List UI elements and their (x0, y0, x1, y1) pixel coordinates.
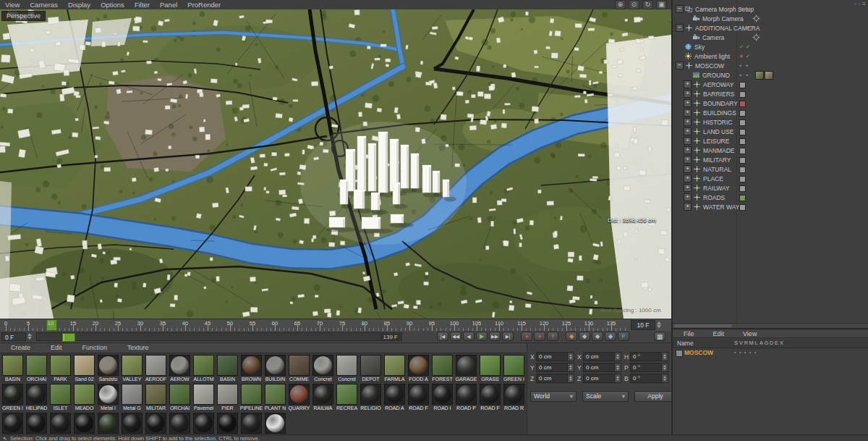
coord-stepper[interactable] (662, 363, 668, 372)
object-row-camera[interactable]: Camera (673, 33, 868, 42)
visibility-toggle[interactable]: ✕ (739, 4, 744, 14)
position-y-field[interactable]: 0 cm (536, 363, 568, 372)
material-swatch-religio[interactable]: RELIGIO (359, 382, 383, 411)
apply-button[interactable]: Apply (634, 391, 676, 402)
key-scale-button[interactable]: ◆ (579, 332, 590, 341)
coord-stepper[interactable] (615, 352, 621, 361)
material-swatch-concret[interactable]: Concret (335, 353, 359, 382)
layer-color-chip[interactable] (739, 148, 746, 154)
rotation-b-field[interactable]: 0 ° (630, 374, 662, 383)
material-swatch[interactable] (239, 411, 263, 435)
record-button[interactable]: ● (521, 332, 532, 341)
material-swatch-meado[interactable]: MEADO (72, 382, 96, 411)
material-swatch-metal-g[interactable]: Metal G (120, 382, 144, 411)
object-row-railway[interactable]: +RAILWAY (673, 183, 868, 193)
material-swatch-concret[interactable]: Concret (311, 353, 335, 382)
material-swatch-road-f[interactable]: ROAD F (407, 382, 430, 411)
material-swatch-aerow[interactable]: AEROW (168, 353, 192, 382)
visibility-toggle[interactable]: ✕ (739, 51, 744, 61)
layer-menu-file[interactable]: File (678, 329, 699, 337)
material-swatch-quarry[interactable]: QUARRY (287, 382, 311, 411)
expand-toggle[interactable]: + (684, 109, 692, 117)
object-row-manmade[interactable]: +MANMADE (673, 146, 868, 155)
rotation-p-field[interactable]: 0 ° (630, 363, 662, 372)
material-swatch-pipeline[interactable]: PIPELINE (239, 382, 263, 411)
material-menu-function[interactable]: Function (77, 343, 113, 353)
material-swatch-helipad[interactable]: HELIPAD (25, 382, 48, 411)
object-row-leisure[interactable]: +LEISURE (673, 136, 868, 146)
size-y-field[interactable]: 0 cm (583, 363, 615, 372)
object-row-morph-camera[interactable]: Morph Camera (673, 14, 868, 23)
material-swatch-depot[interactable]: DEPOT (359, 353, 383, 382)
object-row-place[interactable]: +PLACE (673, 174, 868, 183)
material-menu-edit[interactable]: Edit (46, 343, 67, 353)
object-row-historic[interactable]: +HISTORIC (673, 117, 868, 127)
object-row-moscow[interactable]: −MOSCOW●● (673, 61, 868, 70)
layer-color-chip[interactable] (739, 82, 746, 88)
autokey-button[interactable]: ● (534, 332, 545, 341)
goto-end-button[interactable]: ▶| (502, 332, 514, 341)
coord-stepper[interactable] (615, 363, 621, 372)
object-row-ground[interactable]: GROUND●● (673, 70, 868, 80)
menu-view[interactable]: View (0, 0, 25, 9)
frame-spinner[interactable] (657, 321, 663, 329)
visibility-toggle[interactable]: ● (746, 70, 748, 80)
position-x-field[interactable]: 0 cm (536, 352, 568, 361)
layer-color-chip[interactable] (739, 101, 746, 107)
material-swatch[interactable] (48, 411, 72, 435)
material-swatch-sand-02[interactable]: Sand 02 (72, 353, 96, 382)
layer-menu-view[interactable]: View (738, 329, 762, 337)
material-menu-create[interactable]: Create (6, 343, 35, 353)
material-swatch-aerodf[interactable]: AERODF (144, 353, 168, 382)
object-row-aeroway[interactable]: +AEROWAY (673, 80, 868, 89)
texture-tag-thumbnail[interactable] (765, 71, 773, 80)
end-frame-field[interactable]: 139 F (380, 334, 401, 340)
powerslider[interactable]: 139 F (36, 332, 402, 341)
material-swatch-militar[interactable]: MILITAR (144, 382, 168, 411)
material-swatch[interactable] (168, 411, 192, 435)
key-parameter-button[interactable]: ◆ (605, 332, 616, 341)
prorender-play-button[interactable]: P (618, 332, 629, 341)
material-swatch-forest[interactable]: FOREST (430, 353, 454, 382)
object-row-additional-camera[interactable]: −ADDITIONAL CAMERA●● (673, 23, 868, 33)
material-swatch-comme[interactable]: COMME (287, 353, 311, 382)
menu-panel[interactable]: Panel (155, 0, 182, 9)
material-swatch-farmla[interactable]: FARMLA (383, 353, 407, 382)
layer-toggle[interactable]: ▪ (744, 348, 746, 357)
material-swatch-orchai[interactable]: ORCHAI (25, 353, 48, 382)
visibility-toggle[interactable]: ✓ (746, 42, 750, 51)
texture-tag-thumbnail[interactable] (755, 71, 764, 80)
object-row-land-use[interactable]: +LAND USE (673, 127, 868, 136)
material-swatch-orchai[interactable]: ORCHAI (168, 382, 192, 411)
expand-toggle[interactable]: + (684, 193, 692, 201)
material-swatch-garage[interactable]: GARAGE (454, 353, 478, 382)
expand-toggle[interactable]: + (684, 175, 692, 182)
object-manager-scrollbar[interactable] (673, 323, 868, 328)
layer-menu-edit[interactable]: Edit (708, 329, 730, 337)
coord-stepper[interactable] (568, 352, 574, 361)
material-swatch-valley[interactable]: VALLEY (120, 353, 144, 382)
layer-color-chip[interactable] (739, 185, 746, 192)
material-swatch-basin[interactable]: BASIN (216, 353, 239, 382)
object-row-roads[interactable]: +ROADS (673, 193, 868, 202)
object-row-natural[interactable]: +NATURAL (673, 164, 868, 174)
material-swatch-allotm[interactable]: ALLOTM (192, 353, 216, 382)
layer-color-chip[interactable] (739, 91, 746, 98)
layer-color-chip[interactable] (739, 195, 746, 201)
size-z-field[interactable]: 0 cm (583, 374, 615, 383)
toggle-view-icon[interactable]: ▣ (656, 0, 667, 9)
expand-toggle[interactable]: + (684, 184, 692, 192)
material-swatch-pavemei[interactable]: Pavemei (192, 382, 216, 411)
visibility-toggle[interactable]: ✓ (739, 42, 744, 51)
material-swatch-islet[interactable]: ISLET (48, 382, 72, 411)
prev-frame-button[interactable]: ◀ (463, 332, 475, 341)
material-menu-texture[interactable]: Texture (122, 343, 154, 353)
visibility-toggle[interactable]: ● (739, 70, 741, 80)
layer-toggle[interactable]: ▪ (749, 348, 751, 357)
expand-toggle[interactable]: + (684, 203, 692, 211)
start-frame-spinner[interactable] (27, 332, 34, 341)
object-row-buildings[interactable]: +BUILDINGS (673, 108, 868, 117)
expand-toggle[interactable]: + (684, 146, 692, 154)
object-row-water-way[interactable]: +WATER WAY (673, 202, 868, 211)
layer-toggle[interactable]: ▪ (734, 348, 736, 357)
